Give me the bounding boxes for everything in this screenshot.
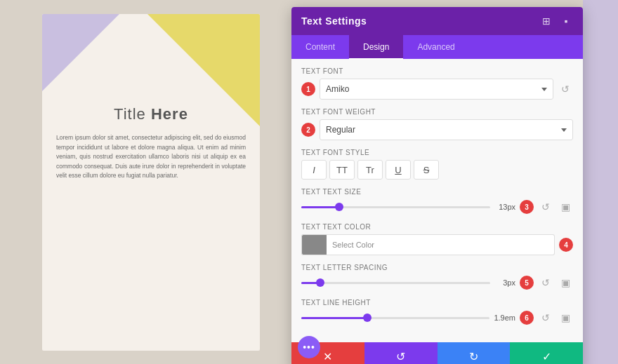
letter-spacing-device-icon[interactable]: ▣	[558, 275, 573, 290]
letter-spacing-slider-row: 3px 5 ↺ ▣	[301, 275, 573, 290]
style-label: Text Font Style	[301, 149, 573, 156]
letter-spacing-label: Text Letter Spacing	[301, 264, 573, 271]
collapse-icon[interactable]: ▪	[559, 14, 573, 28]
expand-icon[interactable]: ⊞	[539, 14, 553, 28]
color-row: Select Color 4	[301, 234, 573, 255]
style-capitalize-btn[interactable]: Tr	[357, 160, 383, 180]
dots-icon: •••	[303, 342, 315, 353]
line-height-slider-row: 1.9em 6 ↺ ▣	[301, 310, 573, 325]
page-title-bold: Here	[151, 105, 188, 123]
settings-panel: Text Settings ⊞ ▪ Content Design Advance…	[291, 7, 583, 364]
weight-badge: 2	[301, 123, 315, 137]
size-field-group: Text Text Size 13px 3 ↺ ▣	[301, 188, 573, 215]
color-select-button[interactable]: Select Color	[327, 234, 555, 255]
weight-row: 2 Regular	[301, 119, 573, 140]
panel-title: Text Settings	[301, 15, 367, 27]
size-badge: 3	[520, 200, 534, 214]
tab-content[interactable]: Content	[291, 35, 349, 59]
style-uppercase-btn[interactable]: TT	[329, 160, 355, 180]
letter-spacing-field-group: Text Letter Spacing 3px 5 ↺ ▣	[301, 264, 573, 290]
font-select[interactable]: Amiko	[320, 79, 553, 100]
weight-field-group: Text Font Weight 2 Regular	[301, 108, 573, 140]
tab-advanced[interactable]: Advanced	[403, 35, 468, 59]
page-body-text: Lorem ipsum dolor sit amet, consectetur …	[56, 133, 246, 181]
page-mockup: Title Here Lorem ipsum dolor sit amet, c…	[42, 14, 260, 351]
line-height-fill	[301, 317, 367, 319]
line-height-value: 1.9em	[494, 314, 515, 322]
size-slider-thumb[interactable]	[335, 203, 343, 211]
font-field-group: Text Font 1 Amiko ↺	[301, 67, 573, 100]
panel-body: Text Font 1 Amiko ↺ Text Font Weight 2 R…	[291, 59, 583, 342]
line-height-label: Text Line Height	[301, 299, 573, 306]
letter-spacing-thumb[interactable]	[316, 278, 324, 287]
size-reset-icon[interactable]: ↺	[538, 199, 553, 215]
font-label: Text Font	[301, 67, 573, 75]
redo-button[interactable]: ↻	[438, 342, 511, 364]
panel-tabs: Content Design Advanced	[291, 35, 583, 59]
line-height-field-group: Text Line Height 1.9em 6 ↺ ▣	[301, 299, 573, 325]
letter-spacing-reset-icon[interactable]: ↺	[538, 275, 553, 290]
size-device-icon[interactable]: ▣	[558, 199, 573, 215]
tab-design[interactable]: Design	[349, 35, 403, 59]
style-italic-btn[interactable]: I	[301, 160, 327, 180]
size-slider-track[interactable]	[301, 206, 490, 208]
font-badge: 1	[301, 82, 315, 96]
color-field-group: Text Text Color Select Color 4	[301, 223, 573, 255]
dots-button[interactable]: •••	[298, 336, 320, 358]
line-height-slider-track[interactable]	[301, 317, 489, 319]
page-title: Title Here	[56, 105, 246, 123]
letter-spacing-slider-track[interactable]	[301, 282, 490, 284]
color-label: Text Text Color	[301, 223, 573, 231]
line-height-badge: 6	[520, 311, 534, 325]
size-value: 13px	[494, 203, 515, 211]
undo-button[interactable]: ↺	[364, 342, 438, 364]
panel-header: Text Settings ⊞ ▪	[291, 7, 583, 35]
line-height-thumb[interactable]	[363, 314, 372, 322]
weight-label: Text Font Weight	[301, 108, 573, 116]
panel-footer: ✕ ↺ ↻ ✓	[291, 342, 583, 364]
letter-spacing-value: 3px	[494, 278, 515, 287]
line-height-reset-icon[interactable]: ↺	[538, 310, 553, 325]
page-title-plain: Title	[114, 105, 146, 123]
right-panel-strip	[583, 0, 618, 364]
style-field-group: Text Font Style I TT Tr U S	[301, 149, 573, 180]
font-row: 1 Amiko ↺	[301, 79, 573, 100]
confirm-button[interactable]: ✓	[510, 342, 583, 364]
line-height-device-icon[interactable]: ▣	[558, 310, 573, 325]
style-underline-btn[interactable]: U	[386, 160, 411, 180]
font-reset-icon[interactable]: ↺	[558, 81, 573, 97]
style-buttons: I TT Tr U S	[301, 160, 573, 180]
size-slider-fill	[301, 206, 339, 208]
color-input-row: Select Color	[301, 234, 555, 255]
weight-select[interactable]: Regular	[320, 119, 573, 140]
page-content: Title Here Lorem ipsum dolor sit amet, c…	[56, 105, 246, 181]
style-strikethrough-btn[interactable]: S	[414, 160, 439, 180]
panel-header-icons: ⊞ ▪	[539, 14, 573, 28]
letter-spacing-badge: 5	[520, 276, 534, 290]
size-label: Text Text Size	[301, 188, 573, 196]
size-slider-row: 13px 3 ↺ ▣	[301, 199, 573, 215]
color-badge: 4	[559, 238, 573, 252]
triangle-purple	[42, 14, 119, 91]
color-swatch[interactable]	[301, 234, 327, 255]
